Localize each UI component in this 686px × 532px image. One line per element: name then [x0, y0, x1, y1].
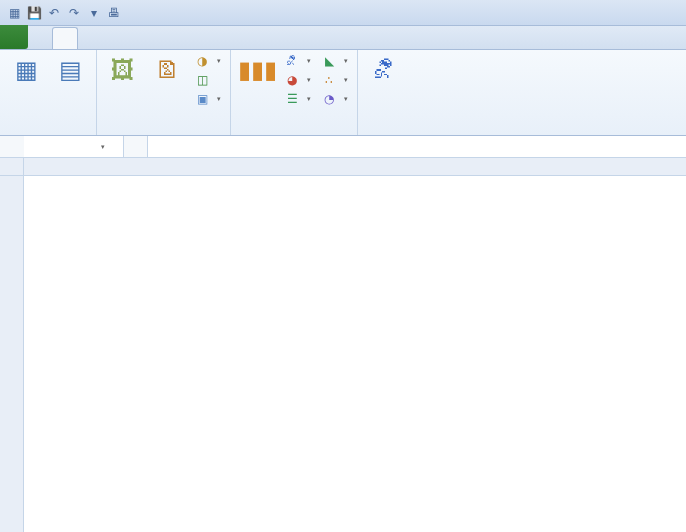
table-icon: ▤: [54, 54, 86, 86]
line-chart-icon: ⛐: [284, 53, 300, 69]
smartart-button[interactable]: ◫: [191, 71, 224, 89]
scatter-chart-button[interactable]: ∴▾: [318, 71, 351, 89]
excel-icon[interactable]: ▦: [6, 5, 22, 21]
picture-button[interactable]: 🖼: [103, 52, 143, 90]
bar-chart-button[interactable]: ☰▾: [281, 90, 314, 108]
file-tab[interactable]: [0, 25, 28, 49]
fx-button[interactable]: [124, 136, 148, 157]
spreadsheet-grid: [0, 158, 686, 532]
formula-input[interactable]: [148, 136, 686, 157]
group-label-sparklines: [364, 132, 404, 133]
picture-icon: 🖼: [107, 54, 139, 86]
area-chart-icon: ◣: [321, 53, 337, 69]
tab-home[interactable]: [28, 27, 52, 49]
row-headers: [0, 158, 24, 532]
sparklines-icon: ⛐: [368, 54, 400, 86]
ribbon-group-tables: ▦ ▤: [0, 50, 97, 135]
pivot-table-icon: ▦: [10, 54, 42, 86]
screenshot-button[interactable]: ▣▾: [191, 90, 224, 108]
save-icon[interactable]: 💾: [26, 5, 42, 21]
ribbon-tab-bar: [0, 26, 686, 50]
tab-view[interactable]: [174, 27, 198, 49]
qat-customize-icon[interactable]: ▾: [86, 5, 102, 21]
clipart-button[interactable]: 🖻: [147, 52, 187, 90]
group-label-charts: [237, 132, 351, 133]
shapes-icon: ◑: [194, 53, 210, 69]
sparklines-button[interactable]: ⛐: [364, 52, 404, 90]
tab-insert[interactable]: [52, 27, 78, 49]
redo-icon[interactable]: ↷: [66, 5, 82, 21]
group-label-tables: [6, 132, 90, 133]
other-charts-icon: ◔: [321, 91, 337, 107]
clipart-icon: 🖻: [151, 54, 183, 86]
scatter-chart-icon: ∴: [321, 72, 337, 88]
name-box[interactable]: ▾: [24, 136, 124, 157]
line-chart-button[interactable]: ⛐▾: [281, 52, 314, 70]
area-chart-button[interactable]: ◣▾: [318, 52, 351, 70]
column-headers: [24, 158, 686, 176]
pie-chart-icon: ◕: [284, 72, 300, 88]
tab-formulas[interactable]: [102, 27, 126, 49]
shapes-button[interactable]: ◑▾: [191, 52, 224, 70]
table-button[interactable]: ▤: [50, 52, 90, 90]
tab-page-layout[interactable]: [78, 27, 102, 49]
smartart-icon: ◫: [194, 72, 210, 88]
quick-access-toolbar: ▦ 💾 ↶ ↷ ▾ 🖶: [0, 5, 128, 21]
undo-icon[interactable]: ↶: [46, 5, 62, 21]
histogram-button[interactable]: ▮▮▮: [237, 52, 277, 90]
screenshot-icon: ▣: [194, 91, 210, 107]
name-box-dropdown-icon[interactable]: ▾: [101, 143, 105, 151]
print-icon[interactable]: 🖶: [106, 5, 122, 21]
formula-bar: ▾: [0, 136, 686, 158]
histogram-icon: ▮▮▮: [241, 54, 273, 86]
ribbon: ▦ ▤ 🖼 🖻 ◑▾ ◫ ▣▾: [0, 50, 686, 136]
tab-review[interactable]: [150, 27, 174, 49]
ribbon-group-illustrations: 🖼 🖻 ◑▾ ◫ ▣▾: [97, 50, 231, 135]
tab-data[interactable]: [126, 27, 150, 49]
name-box-input[interactable]: [30, 141, 100, 153]
pie-chart-button[interactable]: ◕▾: [281, 71, 314, 89]
ribbon-group-sparklines: ⛐: [358, 50, 410, 135]
pivot-table-button[interactable]: ▦: [6, 52, 46, 90]
other-charts-button[interactable]: ◔▾: [318, 90, 351, 108]
group-label-illustrations: [103, 132, 224, 133]
bar-chart-icon: ☰: [284, 91, 300, 107]
ribbon-group-charts: ▮▮▮ ⛐▾ ◕▾ ☰▾ ◣▾ ∴▾ ◔▾: [231, 50, 358, 135]
select-all-corner[interactable]: [0, 158, 23, 176]
title-bar: ▦ 💾 ↶ ↷ ▾ 🖶: [0, 0, 686, 26]
